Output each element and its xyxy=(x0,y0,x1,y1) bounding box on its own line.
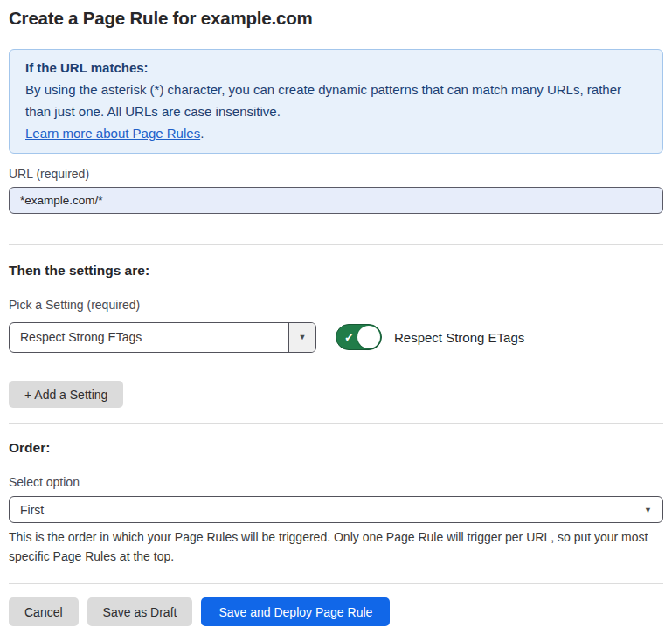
divider xyxy=(9,583,663,584)
order-select-label: Select option xyxy=(9,475,663,490)
url-input[interactable] xyxy=(9,187,663,214)
order-help-text: This is the order in which your Page Rul… xyxy=(9,527,660,566)
learn-more-link[interactable]: Learn more about Page Rules xyxy=(25,126,200,141)
action-button-row: Cancel Save as Draft Save and Deploy Pag… xyxy=(9,597,663,626)
order-dropdown[interactable]: First ▼ xyxy=(9,496,663,523)
add-setting-button[interactable]: + Add a Setting xyxy=(9,381,123,408)
setting-toggle[interactable]: ✓ xyxy=(336,324,382,350)
check-icon: ✓ xyxy=(344,331,354,344)
url-field-label: URL (required) xyxy=(9,167,663,182)
order-section-heading: Order: xyxy=(9,439,663,456)
pick-setting-label: Pick a Setting (required) xyxy=(9,298,663,313)
setting-dropdown-arrow[interactable]: ▼ xyxy=(288,323,315,352)
info-box-link-line: Learn more about Page Rules. xyxy=(25,122,647,144)
divider xyxy=(9,423,663,424)
cancel-button[interactable]: Cancel xyxy=(9,597,79,626)
order-dropdown-value: First xyxy=(20,503,644,517)
info-box-heading: If the URL matches: xyxy=(25,57,647,79)
setting-row: Respect Strong ETags ▼ ✓ Respect Strong … xyxy=(9,321,663,353)
url-match-info-box: If the URL matches: By using the asteris… xyxy=(9,49,663,154)
chevron-down-icon: ▼ xyxy=(644,506,652,514)
setting-toggle-label: Respect Strong ETags xyxy=(394,330,524,345)
toggle-knob[interactable] xyxy=(357,326,380,348)
setting-dropdown-value: Respect Strong ETags xyxy=(10,323,288,352)
setting-dropdown[interactable]: Respect Strong ETags ▼ xyxy=(9,322,316,353)
chevron-down-icon: ▼ xyxy=(299,333,307,341)
page-rule-form: Create a Page Rule for example.com If th… xyxy=(0,7,672,626)
info-box-body: By using the asterisk (*) character, you… xyxy=(25,79,647,122)
settings-section-heading: Then the settings are: xyxy=(9,262,663,279)
divider xyxy=(9,244,663,245)
page-title: Create a Page Rule for example.com xyxy=(9,7,663,30)
save-and-deploy-button[interactable]: Save and Deploy Page Rule xyxy=(201,597,390,626)
link-suffix: . xyxy=(200,126,204,141)
save-as-draft-button[interactable]: Save as Draft xyxy=(87,597,193,626)
